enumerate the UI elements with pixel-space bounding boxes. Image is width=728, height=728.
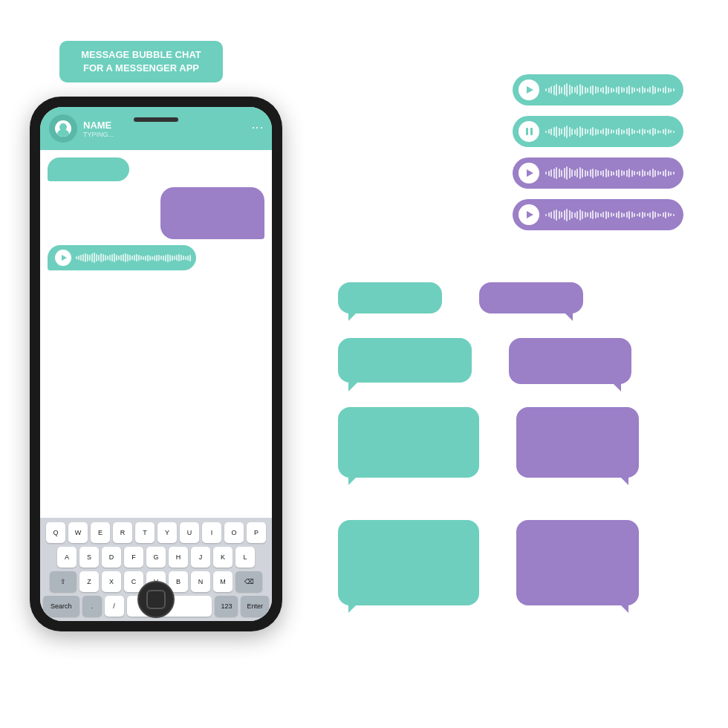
bubble-teal-medium [338, 338, 472, 384]
bubble-teal-small-1 [338, 282, 442, 313]
voice-pill-teal-play[interactable] [513, 74, 683, 105]
bubble-tail-left-3 [348, 476, 357, 485]
chat-status: TYPING... [83, 131, 245, 138]
play-icon [62, 255, 67, 261]
bubble-row-2 [338, 338, 631, 384]
avatar-icon [55, 120, 71, 137]
key-enter[interactable]: Enter [241, 596, 269, 617]
bubble-row-1 [338, 282, 583, 313]
play-button-3[interactable] [519, 163, 539, 183]
waveform-small [76, 253, 191, 263]
bubble-teal-xlarge [338, 520, 479, 605]
key-f[interactable]: F [124, 547, 143, 568]
waveform-2 [545, 126, 675, 138]
key-period[interactable]: . [82, 596, 102, 617]
key-l[interactable]: L [235, 547, 255, 568]
key-search[interactable]: Search [43, 596, 79, 617]
key-a[interactable]: A [57, 547, 77, 568]
bubble-tail-left-2 [348, 383, 357, 391]
key-x[interactable]: X [102, 571, 121, 592]
key-y[interactable]: Y [157, 522, 177, 543]
key-h[interactable]: H [169, 547, 188, 568]
phone: NAME TYPING... ⋮ [30, 97, 282, 631]
key-e[interactable]: E [91, 522, 110, 543]
bubble-purple-small-1 [479, 282, 583, 313]
key-slash[interactable]: / [105, 596, 124, 617]
key-z[interactable]: Z [79, 571, 99, 592]
voice-pills-section [513, 74, 683, 230]
message-bubble-right-large [160, 187, 264, 239]
key-u[interactable]: U [180, 522, 199, 543]
play-button-4[interactable] [519, 204, 539, 225]
chat-header: NAME TYPING... ⋮ [40, 107, 272, 150]
play-icon-4 [527, 211, 533, 218]
chat-messages [40, 150, 272, 518]
bubble-tail-right-2 [612, 383, 621, 391]
title-line2: FOR A MESSENGER APP [73, 62, 209, 75]
bubble-tail-right-4 [620, 604, 628, 613]
key-o[interactable]: O [224, 522, 244, 543]
bubble-teal-large [338, 407, 479, 478]
key-w[interactable]: W [68, 522, 88, 543]
phone-speaker [134, 117, 178, 122]
keyboard-row-1: Q W E R T Y U I O P [43, 522, 269, 543]
key-m[interactable]: M [213, 571, 233, 592]
key-r[interactable]: R [113, 522, 132, 543]
bubble-row-3 [338, 407, 639, 478]
bubble-purple-medium [509, 338, 631, 384]
waveform-1 [545, 83, 675, 97]
title-badge: MESSAGE BUBBLE CHAT FOR A MESSENGER APP [59, 41, 223, 82]
key-d[interactable]: D [102, 547, 121, 568]
home-button[interactable] [137, 581, 175, 618]
key-i[interactable]: I [202, 522, 221, 543]
bubble-purple-large [516, 407, 639, 478]
avatar [49, 114, 77, 143]
pause-button-2[interactable] [519, 121, 539, 142]
waveform-3 [545, 166, 675, 180]
voice-pill-teal-pause[interactable] [513, 116, 683, 147]
bubble-tail-left-1 [348, 312, 357, 321]
key-s[interactable]: S [79, 547, 99, 568]
key-g[interactable]: G [146, 547, 166, 568]
phone-screen: NAME TYPING... ⋮ [40, 107, 272, 621]
pause-icon-2 [526, 128, 533, 135]
bubble-tail-left-4 [348, 604, 357, 613]
key-n[interactable]: N [191, 571, 210, 592]
voice-message-bubble[interactable] [48, 245, 196, 270]
message-bubble-left-small [48, 157, 129, 181]
voice-pill-purple-play-1[interactable] [513, 157, 683, 189]
bubble-tail-right-3 [620, 476, 628, 485]
key-j[interactable]: J [191, 547, 210, 568]
home-button-inner [146, 590, 166, 609]
bubble-tail-right-1 [564, 312, 573, 321]
key-p[interactable]: P [247, 522, 266, 543]
key-backspace[interactable]: ⌫ [235, 571, 262, 592]
waveform-4 [545, 209, 675, 221]
key-shift[interactable]: ⇧ [50, 571, 77, 592]
play-icon-3 [527, 169, 533, 177]
play-button-small[interactable] [55, 250, 71, 266]
bubble-row-4 [338, 520, 639, 605]
key-q[interactable]: Q [46, 522, 65, 543]
bubble-purple-xlarge [516, 520, 639, 605]
voice-pill-purple-play-2[interactable] [513, 199, 683, 230]
key-123[interactable]: 123 [215, 596, 238, 617]
play-button-1[interactable] [519, 79, 539, 100]
key-k[interactable]: K [213, 547, 233, 568]
menu-dots[interactable]: ⋮ [251, 122, 263, 135]
chat-info: NAME TYPING... [83, 120, 245, 138]
play-icon-1 [527, 86, 533, 94]
title-line1: MESSAGE BUBBLE CHAT [73, 48, 209, 62]
keyboard-row-2: A S D F G H J K L [43, 547, 269, 568]
key-t[interactable]: T [135, 522, 155, 543]
